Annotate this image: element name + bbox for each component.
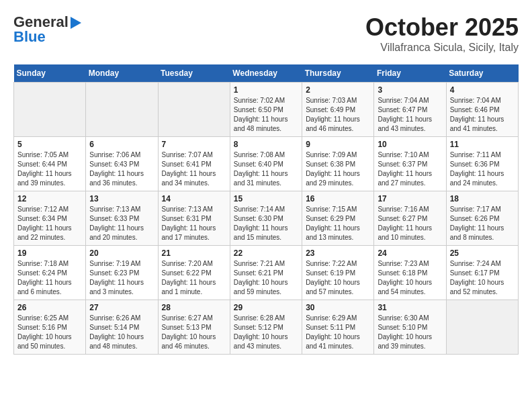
calendar-cell: 26Sunrise: 6:25 AM Sunset: 5:16 PM Dayli… bbox=[14, 300, 86, 355]
day-info: Sunrise: 7:18 AM Sunset: 6:24 PM Dayligh… bbox=[17, 259, 82, 297]
day-info: Sunrise: 7:05 AM Sunset: 6:44 PM Dayligh… bbox=[17, 150, 82, 188]
calendar-cell: 9Sunrise: 7:09 AM Sunset: 6:38 PM Daylig… bbox=[302, 137, 374, 191]
calendar-week-5: 26Sunrise: 6:25 AM Sunset: 5:16 PM Dayli… bbox=[14, 300, 519, 355]
logo-blue: Blue bbox=[13, 28, 46, 46]
day-info: Sunrise: 7:15 AM Sunset: 6:29 PM Dayligh… bbox=[306, 205, 370, 242]
calendar-cell: 30Sunrise: 6:29 AM Sunset: 5:11 PM Dayli… bbox=[302, 300, 374, 355]
day-info: Sunrise: 7:04 AM Sunset: 6:47 PM Dayligh… bbox=[378, 96, 442, 134]
calendar-cell: 12Sunrise: 7:12 AM Sunset: 6:34 PM Dayli… bbox=[14, 191, 86, 246]
day-number: 20 bbox=[89, 248, 154, 258]
calendar-week-1: 1Sunrise: 7:02 AM Sunset: 6:50 PM Daylig… bbox=[14, 83, 519, 137]
day-info: Sunrise: 6:25 AM Sunset: 5:16 PM Dayligh… bbox=[17, 314, 82, 351]
header-day-tuesday: Tuesday bbox=[158, 64, 230, 83]
calendar-cell: 17Sunrise: 7:16 AM Sunset: 6:27 PM Dayli… bbox=[374, 191, 446, 246]
calendar-cell: 5Sunrise: 7:05 AM Sunset: 6:44 PM Daylig… bbox=[14, 137, 86, 191]
day-number: 30 bbox=[306, 303, 370, 312]
calendar-cell bbox=[86, 83, 158, 137]
calendar-cell bbox=[158, 83, 230, 137]
header-day-sunday: Sunday bbox=[14, 64, 86, 83]
day-number: 8 bbox=[234, 140, 298, 149]
day-number: 17 bbox=[378, 194, 442, 203]
logo: General Blue bbox=[13, 13, 81, 46]
calendar-cell: 22Sunrise: 7:21 AM Sunset: 6:21 PM Dayli… bbox=[230, 246, 302, 300]
calendar-cell bbox=[446, 300, 518, 355]
day-info: Sunrise: 6:27 AM Sunset: 5:13 PM Dayligh… bbox=[162, 314, 226, 351]
calendar-cell: 28Sunrise: 6:27 AM Sunset: 5:13 PM Dayli… bbox=[158, 300, 230, 355]
day-info: Sunrise: 6:26 AM Sunset: 5:14 PM Dayligh… bbox=[89, 314, 154, 351]
day-number: 21 bbox=[162, 248, 226, 258]
day-number: 16 bbox=[306, 194, 370, 203]
day-number: 5 bbox=[17, 140, 82, 149]
day-number: 31 bbox=[378, 303, 442, 312]
calendar-cell: 27Sunrise: 6:26 AM Sunset: 5:14 PM Dayli… bbox=[86, 300, 158, 355]
logo-arrow-icon bbox=[71, 17, 81, 29]
calendar-cell: 16Sunrise: 7:15 AM Sunset: 6:29 PM Dayli… bbox=[302, 191, 374, 246]
month-title: October 2025 bbox=[365, 13, 519, 42]
day-number: 19 bbox=[17, 248, 82, 258]
day-number: 7 bbox=[162, 140, 226, 149]
header-day-saturday: Saturday bbox=[446, 64, 518, 83]
day-info: Sunrise: 7:10 AM Sunset: 6:37 PM Dayligh… bbox=[378, 150, 442, 188]
day-info: Sunrise: 7:16 AM Sunset: 6:27 PM Dayligh… bbox=[378, 205, 442, 242]
day-info: Sunrise: 6:29 AM Sunset: 5:11 PM Dayligh… bbox=[306, 314, 370, 351]
calendar-cell: 13Sunrise: 7:13 AM Sunset: 6:33 PM Dayli… bbox=[86, 191, 158, 246]
day-info: Sunrise: 7:04 AM Sunset: 6:46 PM Dayligh… bbox=[450, 96, 515, 134]
day-info: Sunrise: 7:08 AM Sunset: 6:40 PM Dayligh… bbox=[234, 150, 298, 188]
day-info: Sunrise: 6:30 AM Sunset: 5:10 PM Dayligh… bbox=[378, 314, 442, 351]
calendar-cell: 7Sunrise: 7:07 AM Sunset: 6:41 PM Daylig… bbox=[158, 137, 230, 191]
day-number: 10 bbox=[378, 140, 442, 149]
day-number: 13 bbox=[89, 194, 154, 203]
day-info: Sunrise: 7:06 AM Sunset: 6:43 PM Dayligh… bbox=[89, 150, 154, 188]
calendar-cell bbox=[14, 83, 86, 137]
calendar-cell: 24Sunrise: 7:23 AM Sunset: 6:18 PM Dayli… bbox=[374, 246, 446, 300]
day-info: Sunrise: 7:13 AM Sunset: 6:31 PM Dayligh… bbox=[162, 205, 226, 242]
header-day-monday: Monday bbox=[86, 64, 158, 83]
header-day-wednesday: Wednesday bbox=[230, 64, 302, 83]
day-info: Sunrise: 7:23 AM Sunset: 6:18 PM Dayligh… bbox=[378, 259, 442, 297]
day-info: Sunrise: 6:28 AM Sunset: 5:12 PM Dayligh… bbox=[234, 314, 298, 351]
day-number: 18 bbox=[450, 194, 515, 203]
day-info: Sunrise: 7:21 AM Sunset: 6:21 PM Dayligh… bbox=[234, 259, 298, 297]
calendar-cell: 29Sunrise: 6:28 AM Sunset: 5:12 PM Dayli… bbox=[230, 300, 302, 355]
day-number: 24 bbox=[378, 248, 442, 258]
page-header: General Blue October 2025 Villafranca Si… bbox=[13, 13, 519, 54]
day-number: 14 bbox=[162, 194, 226, 203]
day-info: Sunrise: 7:17 AM Sunset: 6:26 PM Dayligh… bbox=[450, 205, 515, 242]
day-info: Sunrise: 7:02 AM Sunset: 6:50 PM Dayligh… bbox=[234, 96, 298, 134]
calendar-cell: 3Sunrise: 7:04 AM Sunset: 6:47 PM Daylig… bbox=[374, 83, 446, 137]
calendar-cell: 11Sunrise: 7:11 AM Sunset: 6:36 PM Dayli… bbox=[446, 137, 518, 191]
header-day-friday: Friday bbox=[374, 64, 446, 83]
calendar-cell: 18Sunrise: 7:17 AM Sunset: 6:26 PM Dayli… bbox=[446, 191, 518, 246]
day-number: 22 bbox=[234, 248, 298, 258]
day-number: 27 bbox=[89, 303, 154, 312]
day-number: 2 bbox=[306, 85, 370, 95]
day-number: 23 bbox=[306, 248, 370, 258]
day-number: 6 bbox=[89, 140, 154, 149]
calendar-cell: 15Sunrise: 7:14 AM Sunset: 6:30 PM Dayli… bbox=[230, 191, 302, 246]
day-number: 12 bbox=[17, 194, 82, 203]
day-info: Sunrise: 7:09 AM Sunset: 6:38 PM Dayligh… bbox=[306, 150, 370, 188]
day-number: 25 bbox=[450, 248, 515, 258]
location-subtitle: Villafranca Sicula, Sicily, Italy bbox=[365, 42, 519, 54]
day-info: Sunrise: 7:22 AM Sunset: 6:19 PM Dayligh… bbox=[306, 259, 370, 297]
header-day-thursday: Thursday bbox=[302, 64, 374, 83]
day-info: Sunrise: 7:12 AM Sunset: 6:34 PM Dayligh… bbox=[17, 205, 82, 242]
calendar-cell: 19Sunrise: 7:18 AM Sunset: 6:24 PM Dayli… bbox=[14, 246, 86, 300]
calendar-cell: 31Sunrise: 6:30 AM Sunset: 5:10 PM Dayli… bbox=[374, 300, 446, 355]
day-info: Sunrise: 7:19 AM Sunset: 6:23 PM Dayligh… bbox=[89, 259, 154, 297]
day-info: Sunrise: 7:24 AM Sunset: 6:17 PM Dayligh… bbox=[450, 259, 515, 297]
day-info: Sunrise: 7:20 AM Sunset: 6:22 PM Dayligh… bbox=[162, 259, 226, 297]
day-number: 15 bbox=[234, 194, 298, 203]
day-info: Sunrise: 7:03 AM Sunset: 6:49 PM Dayligh… bbox=[306, 96, 370, 134]
day-number: 3 bbox=[378, 85, 442, 95]
day-number: 26 bbox=[17, 303, 82, 312]
calendar-week-4: 19Sunrise: 7:18 AM Sunset: 6:24 PM Dayli… bbox=[14, 246, 519, 300]
calendar-cell: 21Sunrise: 7:20 AM Sunset: 6:22 PM Dayli… bbox=[158, 246, 230, 300]
calendar-cell: 23Sunrise: 7:22 AM Sunset: 6:19 PM Dayli… bbox=[302, 246, 374, 300]
calendar-cell: 25Sunrise: 7:24 AM Sunset: 6:17 PM Dayli… bbox=[446, 246, 518, 300]
calendar-cell: 2Sunrise: 7:03 AM Sunset: 6:49 PM Daylig… bbox=[302, 83, 374, 137]
calendar-table: SundayMondayTuesdayWednesdayThursdayFrid… bbox=[13, 64, 519, 355]
day-number: 29 bbox=[234, 303, 298, 312]
day-info: Sunrise: 7:11 AM Sunset: 6:36 PM Dayligh… bbox=[450, 150, 515, 188]
day-number: 11 bbox=[450, 140, 515, 149]
